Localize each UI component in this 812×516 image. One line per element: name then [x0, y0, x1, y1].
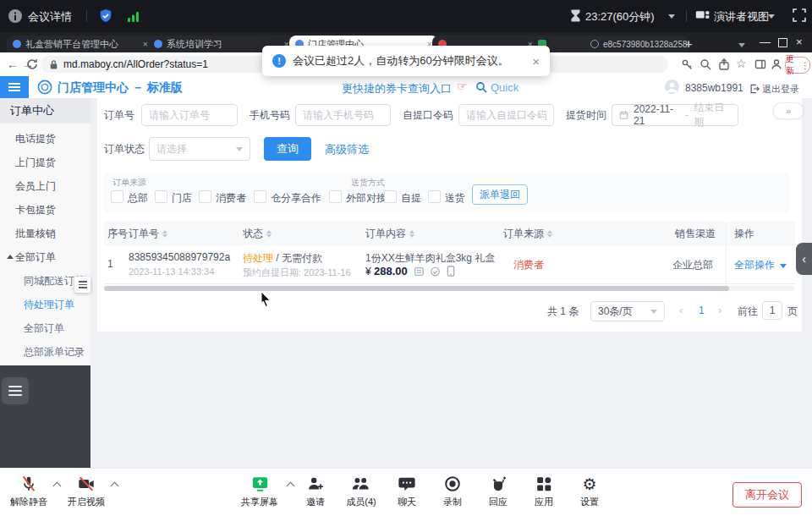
quick-search-icon[interactable]: [475, 81, 487, 96]
sidebar-item-batch-verify[interactable]: 批量核销: [0, 222, 91, 245]
invite-label: 邀请: [292, 496, 339, 508]
members-button[interactable]: 成员(4): [337, 474, 385, 508]
pickup-code-input[interactable]: [458, 104, 554, 126]
date-separator: -: [685, 109, 689, 121]
browser-tab[interactable]: e8c573980b1328a258fd2e6... ×: [584, 36, 689, 52]
checkbox-warehouse-share[interactable]: 仓分享合作: [254, 190, 321, 206]
banner-close-icon[interactable]: ×: [532, 54, 540, 69]
promo-link[interactable]: 更快捷的券卡查询入口: [342, 81, 452, 96]
table-hscrollbar[interactable]: [104, 286, 795, 291]
badge-icon[interactable]: [430, 266, 441, 277]
window-maximize-icon[interactable]: [778, 38, 787, 47]
sidebar-subitem-all-orders[interactable]: 全部订单: [0, 316, 91, 340]
sidebar-item-door-pickup[interactable]: 上门提货: [0, 151, 91, 174]
mic-muted-icon: [5, 474, 52, 494]
share-screen-button[interactable]: 共享屏幕: [236, 474, 283, 508]
mic-options-chevron[interactable]: [53, 482, 62, 491]
timer-caret-icon[interactable]: [668, 14, 675, 19]
collapse-filters-button[interactable]: »: [773, 102, 804, 119]
query-button[interactable]: 查询: [264, 137, 311, 161]
bookmark-star-icon[interactable]: ☆: [736, 57, 747, 70]
col-content[interactable]: 订单内容: [365, 222, 414, 245]
record-button[interactable]: 录制: [429, 474, 476, 508]
window-close-icon[interactable]: ×: [796, 36, 803, 48]
sort-icon[interactable]: [162, 230, 167, 238]
info-icon[interactable]: [8, 9, 22, 25]
prev-page-icon[interactable]: ‹: [679, 304, 683, 316]
checkbox-store[interactable]: 门店: [155, 190, 192, 206]
banner-text: 会议已超过2人，自动转为60分钟限时会议。: [293, 53, 509, 69]
username[interactable]: 8385wb1991: [685, 82, 743, 94]
settings-button[interactable]: ⚙ 设置: [566, 474, 613, 508]
reactions-button[interactable]: 回应: [475, 474, 522, 508]
col-source[interactable]: 订单来源: [503, 222, 552, 245]
sidebar-subitem-hq-dispatch-log[interactable]: 总部派单记录: [0, 340, 91, 364]
checkbox-consumer[interactable]: 消费者: [199, 190, 246, 206]
new-tab-icon[interactable]: +: [685, 36, 693, 51]
next-page-icon[interactable]: ›: [718, 304, 721, 316]
date-range-picker[interactable]: 2022-11-21 - 结束日期: [612, 104, 738, 126]
table-row[interactable]: 1 83859345088979792a 2023-11-13 14:33:34…: [104, 245, 795, 284]
sort-icon[interactable]: [409, 230, 414, 238]
apps-button[interactable]: 应用: [520, 474, 568, 508]
goto-page-input[interactable]: [762, 301, 782, 320]
floating-menu-button[interactable]: [74, 277, 91, 293]
checkbox-hq[interactable]: 总部: [111, 190, 148, 206]
zoom-icon[interactable]: [700, 58, 711, 74]
col-status[interactable]: 状态: [243, 222, 272, 245]
sort-icon[interactable]: [547, 230, 552, 238]
page-size-select[interactable]: 30条/页: [590, 301, 665, 321]
sidebar-item-card-pickup[interactable]: 卡包提货: [0, 198, 91, 222]
quick-label[interactable]: Quick: [491, 81, 518, 94]
floating-list-widget[interactable]: [2, 377, 29, 404]
order-status-select[interactable]: 请选择: [149, 137, 250, 161]
chat-icon: [383, 474, 431, 494]
logout-link[interactable]: 退出登录: [762, 83, 799, 96]
sidebar-subitem-pending-orders[interactable]: 待处理订单: [0, 293, 91, 316]
security-shield-icon[interactable]: [97, 8, 114, 27]
pickup-code-label: 自提口令码: [403, 103, 453, 127]
browser-update-button[interactable]: 更新 ⋮: [785, 57, 810, 74]
profile-icon[interactable]: [771, 58, 782, 74]
browser-tab[interactable]: 礼盒营销平台管理中心 ×: [7, 36, 154, 52]
sidebar-item-all-orders[interactable]: 全部订单: [0, 245, 91, 269]
action-dropdown[interactable]: 全部操作: [734, 258, 787, 272]
view-mode-label[interactable]: 演讲者视图: [714, 9, 769, 25]
start-video-button[interactable]: 开启视频: [63, 474, 110, 508]
unmute-button[interactable]: 解除静音: [5, 474, 52, 508]
hscrollbar-thumb[interactable]: [104, 286, 729, 291]
advanced-filter-link[interactable]: 高级筛选: [325, 142, 369, 157]
share-icon[interactable]: [718, 58, 730, 74]
checkbox-delivery[interactable]: 送货: [428, 190, 465, 206]
phone-input[interactable]: [295, 104, 391, 126]
key-icon[interactable]: [681, 58, 693, 74]
video-options-chevron[interactable]: [111, 482, 119, 491]
checkbox-external[interactable]: 外部对接: [329, 190, 387, 206]
back-icon[interactable]: ←: [7, 52, 19, 76]
checkbox-icon: [111, 190, 123, 203]
invite-button[interactable]: 邀请: [292, 474, 339, 508]
leave-meeting-button[interactable]: 离开会议: [732, 482, 802, 508]
sidebar-item-phone-pickup[interactable]: 电话提货: [0, 127, 91, 151]
reload-icon[interactable]: [26, 58, 38, 74]
side-panel-icon[interactable]: [754, 58, 766, 74]
tab-label: 系统培训学习: [167, 38, 222, 51]
dispatch-return-button[interactable]: 派单退回: [472, 184, 528, 205]
checkbox-self-pickup[interactable]: 自提: [384, 190, 421, 206]
sidebar-item-member-visit[interactable]: 会员上门: [0, 174, 91, 198]
order-no-input[interactable]: [141, 104, 238, 126]
meeting-panel-handle[interactable]: ‹: [796, 243, 812, 275]
col-order-no[interactable]: 订单号: [129, 222, 167, 245]
sidebar-toggle-button[interactable]: [0, 76, 29, 98]
tab-search-icon[interactable]: [738, 43, 745, 47]
network-signal-icon[interactable]: [127, 10, 140, 25]
fullscreen-icon[interactable]: [793, 8, 806, 25]
current-page[interactable]: 1: [699, 305, 705, 316]
view-caret-icon[interactable]: [768, 14, 775, 19]
chat-button[interactable]: 聊天: [383, 474, 431, 508]
phone-icon[interactable]: [447, 266, 455, 277]
window-minimize-icon[interactable]: —: [760, 36, 771, 48]
meeting-details-link[interactable]: 会议详情: [28, 9, 72, 25]
receipt-icon[interactable]: [414, 266, 425, 277]
sort-icon[interactable]: [266, 230, 272, 238]
